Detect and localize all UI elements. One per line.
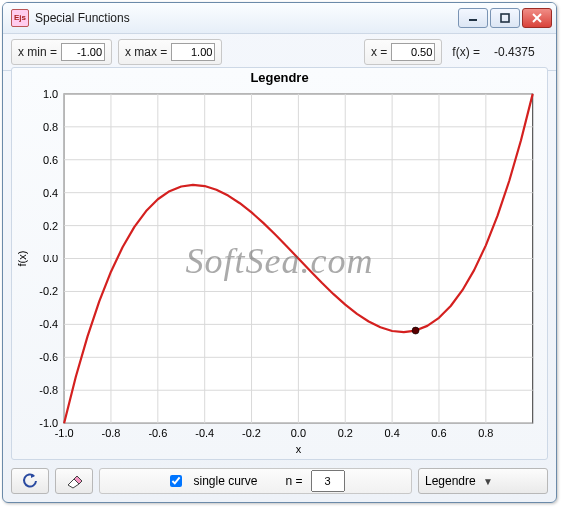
mid-controls: single curve n =	[99, 468, 412, 494]
maximize-icon	[500, 13, 510, 23]
minimize-button[interactable]	[458, 8, 488, 28]
svg-text:-0.2: -0.2	[242, 427, 261, 439]
app-window: Ejs Special Functions x min = x max = x …	[2, 2, 557, 503]
function-combo[interactable]: Legendre ▼	[418, 468, 548, 494]
n-input[interactable]	[311, 470, 345, 492]
svg-rect-1	[501, 14, 509, 22]
reset-icon	[21, 473, 39, 489]
svg-text:0.8: 0.8	[478, 427, 493, 439]
svg-point-50	[412, 327, 419, 334]
chevron-down-icon: ▼	[483, 476, 541, 487]
fx-label: f(x) =	[448, 45, 484, 59]
svg-text:-0.6: -0.6	[39, 351, 58, 363]
svg-text:-0.4: -0.4	[195, 427, 214, 439]
single-curve-checkbox[interactable]	[170, 475, 182, 487]
close-icon	[532, 13, 542, 23]
svg-text:Legendre: Legendre	[250, 70, 308, 85]
clear-button[interactable]	[55, 468, 93, 494]
single-curve-label: single curve	[193, 474, 257, 488]
svg-text:0.2: 0.2	[43, 220, 58, 232]
eraser-icon	[65, 473, 83, 489]
xmin-label: x min =	[18, 45, 57, 59]
app-icon: Ejs	[11, 9, 29, 27]
n-label: n =	[286, 474, 303, 488]
bottom-bar: single curve n = Legendre ▼	[11, 466, 548, 496]
svg-text:-0.8: -0.8	[102, 427, 121, 439]
svg-text:0.6: 0.6	[43, 154, 58, 166]
function-combo-value: Legendre	[425, 474, 483, 488]
window-title: Special Functions	[35, 11, 458, 25]
close-button[interactable]	[522, 8, 552, 28]
xmax-input[interactable]	[171, 43, 215, 61]
svg-text:0.6: 0.6	[431, 427, 446, 439]
svg-text:-1.0: -1.0	[39, 417, 58, 429]
title-bar: Ejs Special Functions	[3, 3, 556, 34]
xmax-label: x max =	[125, 45, 167, 59]
svg-text:-0.6: -0.6	[148, 427, 167, 439]
fx-value: -0.4375	[490, 45, 548, 59]
x-box: x =	[364, 39, 442, 65]
x-input[interactable]	[391, 43, 435, 61]
plot-panel: Legendre-1.0-0.8-0.6-0.4-0.20.00.20.40.6…	[11, 67, 548, 460]
svg-text:-0.4: -0.4	[39, 318, 58, 330]
xmin-input[interactable]	[61, 43, 105, 61]
svg-text:0.4: 0.4	[43, 187, 58, 199]
maximize-button[interactable]	[490, 8, 520, 28]
svg-text:x: x	[296, 443, 302, 455]
svg-text:0.4: 0.4	[385, 427, 400, 439]
reset-button[interactable]	[11, 468, 49, 494]
svg-text:0.8: 0.8	[43, 121, 58, 133]
svg-text:f(x): f(x)	[16, 251, 28, 267]
svg-text:1.0: 1.0	[43, 88, 58, 100]
legendre-chart: Legendre-1.0-0.8-0.6-0.4-0.20.00.20.40.6…	[12, 68, 547, 459]
xmin-box: x min =	[11, 39, 112, 65]
svg-text:0.0: 0.0	[291, 427, 306, 439]
svg-text:0.0: 0.0	[43, 253, 58, 265]
svg-text:-0.2: -0.2	[39, 285, 58, 297]
svg-text:0.2: 0.2	[338, 427, 353, 439]
xmax-box: x max =	[118, 39, 222, 65]
svg-text:-0.8: -0.8	[39, 384, 58, 396]
x-label: x =	[371, 45, 387, 59]
window-buttons	[458, 8, 552, 28]
top-controls: x min = x max = x = f(x) = -0.4375	[3, 34, 556, 71]
minimize-icon	[468, 13, 478, 23]
